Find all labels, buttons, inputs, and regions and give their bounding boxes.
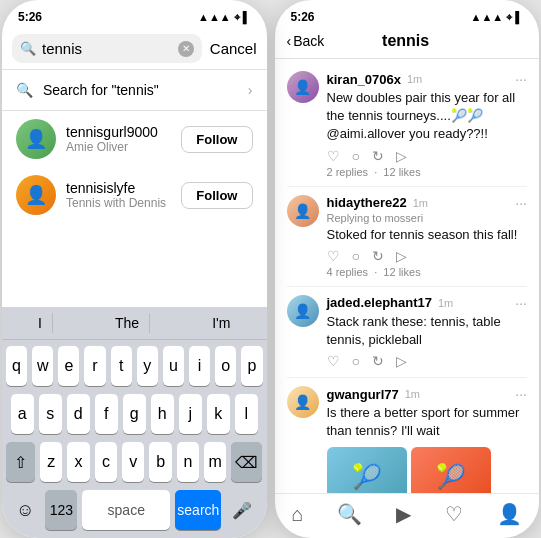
key-q[interactable]: q [6,346,27,386]
share-icon-1[interactable]: ▷ [396,248,407,264]
repost-icon-1[interactable]: ↻ [372,248,384,264]
reply-icon-1[interactable]: ○ [352,248,360,264]
key-t[interactable]: t [111,346,132,386]
search-input[interactable]: tennis [42,40,172,57]
key-r[interactable]: r [84,346,105,386]
comment-username-3[interactable]: gwangurl77 [327,387,399,402]
comment-username-1[interactable]: hidaythere22 [327,195,407,210]
key-d[interactable]: d [67,394,90,434]
wifi-icon-right: ⌖ [506,11,512,24]
key-delete[interactable]: ⌫ [231,442,262,482]
suggestion-username-0: tennisgurl9000 [66,124,171,140]
heart-icon-2[interactable]: ♡ [327,353,340,369]
heart-icon-1[interactable]: ♡ [327,248,340,264]
key-o[interactable]: o [215,346,236,386]
key-b[interactable]: b [149,442,171,482]
more-icon-0[interactable]: ··· [515,71,527,87]
key-u[interactable]: u [163,346,184,386]
photo-thumb-2[interactable] [411,447,491,494]
key-h[interactable]: h [151,394,174,434]
key-v[interactable]: v [122,442,144,482]
keyboard-rows: q w e r t y u i o p a s d f g h j k l [2,340,267,534]
suggestion-username-1: tennisislyfe [66,180,171,196]
battery-icon-right: ▌ [515,11,523,23]
share-icon-2[interactable]: ▷ [396,353,407,369]
key-m[interactable]: m [204,442,226,482]
key-j[interactable]: j [179,394,202,434]
key-s[interactable]: s [39,394,62,434]
key-f[interactable]: f [95,394,118,434]
key-g[interactable]: g [123,394,146,434]
key-shift[interactable]: ⇧ [6,442,35,482]
key-k[interactable]: k [207,394,230,434]
comment-time-1: 1m [413,197,510,209]
suggestion-row-1[interactable]: 👤 tennisislyfe Tennis with Dennis Follow [2,167,267,223]
suggestion-info-1: tennisislyfe Tennis with Dennis [66,180,171,210]
likes-0: 12 likes [383,166,420,178]
follow-button-1[interactable]: Follow [181,182,252,209]
search-input-wrap[interactable]: 🔍 tennis ✕ [12,34,202,63]
search-for-row[interactable]: 🔍 Search for "tennis" › [2,70,267,110]
key-row-4: ☺ 123 space search 🎤 [6,490,263,530]
comment-item-0: 👤 kiran_0706x 1m ··· New doubles pair th… [275,63,540,186]
comment-text-0: New doubles pair this year for all the t… [327,89,528,144]
search-nav-icon[interactable]: 🔍 [337,502,362,526]
key-space[interactable]: space [82,490,170,530]
key-123[interactable]: 123 [45,490,77,530]
comment-time-0: 1m [407,73,509,85]
replies-1: 4 replies [327,266,369,278]
home-nav-icon[interactable]: ⌂ [291,503,303,526]
key-w[interactable]: w [32,346,53,386]
more-icon-1[interactable]: ··· [515,195,527,211]
key-search[interactable]: search [175,490,221,530]
key-a[interactable]: a [11,394,34,434]
key-c[interactable]: c [95,442,117,482]
autocomplete-0[interactable]: I [28,313,53,333]
autocomplete-1[interactable]: The [105,313,150,333]
key-p[interactable]: p [241,346,262,386]
comment-time-2: 1m [438,297,509,309]
mic-icon[interactable]: 🎤 [226,497,258,524]
key-y[interactable]: y [137,346,158,386]
comment-header-2: jaded.elephant17 1m ··· [327,295,528,311]
reply-icon-2[interactable]: ○ [352,353,360,369]
comment-body-3: gwangurl77 1m ··· Is there a better spor… [327,386,528,493]
key-l[interactable]: l [235,394,258,434]
search-for-icon: 🔍 [16,82,33,98]
more-icon-3[interactable]: ··· [515,386,527,402]
heart-nav-icon[interactable]: ♡ [445,502,463,526]
status-icons-right: ▲▲▲ ⌖ ▌ [471,11,523,24]
comment-username-2[interactable]: jaded.elephant17 [327,295,432,310]
repost-icon-0[interactable]: ↻ [372,148,384,164]
key-e[interactable]: e [58,346,79,386]
reels-nav-icon[interactable]: ▶ [396,502,411,526]
heart-icon-0[interactable]: ♡ [327,148,340,164]
follow-button-0[interactable]: Follow [181,126,252,153]
reply-icon-0[interactable]: ○ [352,148,360,164]
repost-icon-2[interactable]: ↻ [372,353,384,369]
more-icon-2[interactable]: ··· [515,295,527,311]
emoji-icon[interactable]: ☺ [10,496,40,525]
cancel-button[interactable]: Cancel [210,40,257,57]
avatar-1: 👤 [16,175,56,215]
photo-thumb-1[interactable] [327,447,407,494]
share-icon-0[interactable]: ▷ [396,148,407,164]
likes-1: 12 likes [383,266,420,278]
key-i[interactable]: i [189,346,210,386]
comment-header-3: gwangurl77 1m ··· [327,386,528,402]
key-z[interactable]: z [40,442,62,482]
comment-time-3: 1m [405,388,510,400]
comment-stats-1: 4 replies · 12 likes [327,266,528,278]
profile-nav-icon[interactable]: 👤 [497,502,522,526]
key-n[interactable]: n [177,442,199,482]
comment-username-0[interactable]: kiran_0706x [327,72,401,87]
comment-item-2: 👤 jaded.elephant17 1m ··· Stack rank the… [275,287,540,377]
comment-avatar-0: 👤 [287,71,319,103]
clear-button[interactable]: ✕ [178,41,194,57]
back-button[interactable]: ‹ Back [287,33,325,49]
suggestion-row-0[interactable]: 👤 tennisgurl9000 Amie Oliver Follow [2,111,267,167]
autocomplete-2[interactable]: I'm [202,313,240,333]
page-title: tennis [324,32,487,50]
key-x[interactable]: x [67,442,89,482]
signal-icon-left: ▲▲▲ [198,11,231,23]
